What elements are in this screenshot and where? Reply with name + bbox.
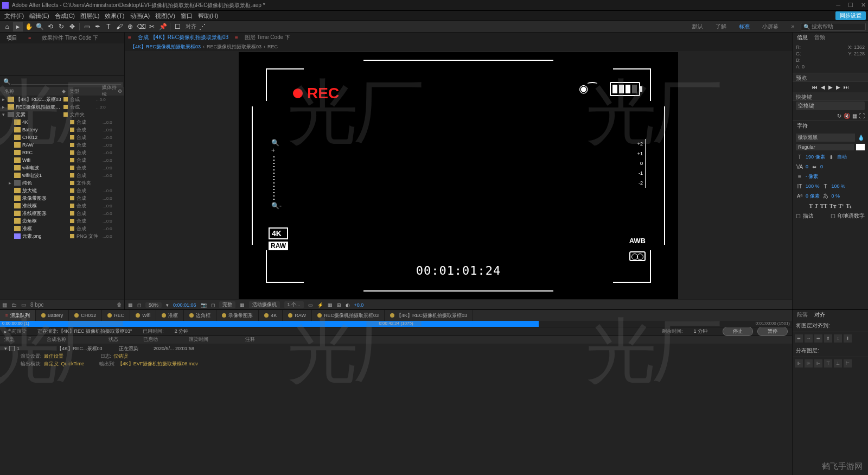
crumb-root[interactable]: 【4K】REC摄像机拍摄取景框03	[130, 43, 201, 50]
align-bottom-icon[interactable]: ⬇	[844, 334, 852, 343]
timeline-tab[interactable]: Wifi	[130, 310, 156, 321]
project-item[interactable]: wifi电波1合成...0:0	[0, 172, 124, 179]
shortcut-dropdown[interactable]: 空格键	[796, 102, 865, 110]
font-family-dropdown[interactable]: 微软雅黑	[796, 134, 855, 142]
orbit-tool-icon[interactable]: ⟲	[46, 22, 55, 31]
prev-frame-icon[interactable]: ◀	[821, 84, 825, 90]
project-item[interactable]: 元素.pngPNG 文件...0:0	[0, 232, 124, 240]
views-dropdown[interactable]: 1 个...	[284, 301, 304, 308]
project-item[interactable]: 放大镜合成...0:0	[0, 187, 124, 194]
zoom-dropdown[interactable]: 50%	[145, 302, 162, 308]
superscript-icon[interactable]: T¹	[838, 203, 844, 209]
fill-swatch[interactable]	[856, 144, 865, 150]
timeline-icon[interactable]: ⊞	[337, 302, 341, 308]
log-dropdown[interactable]: 仅错误	[113, 353, 128, 360]
menu-window[interactable]: 窗口	[178, 12, 195, 20]
minimize-icon[interactable]: ─	[836, 2, 840, 9]
menu-help[interactable]: 帮助(H)	[196, 12, 220, 20]
pixel-aspect-icon[interactable]: ▭	[308, 302, 313, 308]
project-item[interactable]: 准线框图形合成...0:0	[0, 210, 124, 217]
timeline-tab[interactable]: REC	[102, 310, 130, 321]
grid-icon[interactable]: ▦	[240, 302, 245, 308]
timeline-tab[interactable]: 准框	[156, 310, 184, 321]
dist-3-icon[interactable]: ⊩	[814, 359, 822, 368]
res-down-icon[interactable]: ▾	[166, 302, 169, 308]
tab-character[interactable]: 字符	[795, 122, 810, 130]
subscript-icon[interactable]: T₁	[846, 203, 852, 209]
menu-layer[interactable]: 图层(L)	[78, 12, 101, 20]
tab-effect-controls[interactable]: 效果控件 Time Code 下	[39, 34, 101, 42]
snap-toggle-icon[interactable]: ☐	[173, 22, 182, 31]
hscale-input[interactable]: 100 %	[832, 183, 846, 189]
eyedropper-icon[interactable]: 💧	[857, 135, 865, 141]
crumb-mid[interactable]: REC摄像机拍摄取景框03	[207, 43, 261, 50]
roto-tool-icon[interactable]: ✂	[147, 22, 157, 31]
next-frame-icon[interactable]: ▶	[836, 84, 840, 90]
mute-icon[interactable]: 🔇	[844, 113, 850, 119]
viewer-tab-close-icon[interactable]: ≡	[235, 35, 238, 41]
project-item[interactable]: ▸【4K】REC...景框03合成...0:0	[0, 96, 124, 103]
align-top-icon[interactable]: ⬆	[824, 334, 832, 343]
project-item[interactable]: 4K合成...0:0	[0, 118, 124, 126]
timeline-tab[interactable]: 4K	[259, 310, 283, 321]
smallcaps-icon[interactable]: Tᴛ	[829, 203, 836, 209]
delete-icon[interactable]: 🗑	[117, 302, 122, 308]
viewer-tab-comp[interactable]: 合成 【4K】REC摄像机拍摄取景框03	[135, 34, 232, 41]
render-checkbox[interactable]	[9, 346, 15, 351]
home-icon[interactable]: ⌂	[2, 22, 12, 31]
col-name[interactable]: 名称	[2, 88, 62, 95]
align-hcenter-icon[interactable]: ↔	[805, 334, 813, 343]
align-left-icon[interactable]: ⬅	[795, 334, 803, 343]
project-item[interactable]: 边角框合成...0:0	[0, 217, 124, 225]
resolution-dropdown[interactable]: 完整	[219, 301, 235, 308]
workspace-default[interactable]: 默认	[692, 23, 703, 29]
col-type[interactable]: 类型	[69, 88, 102, 95]
rq-item-row[interactable]: ▾ 1 【4K】REC...景框03 正在渲染 2020/5/... 20:01…	[4, 345, 788, 352]
workspace-learn[interactable]: 了解	[716, 23, 726, 29]
camera-dropdown[interactable]: 活动摄像机	[249, 301, 280, 308]
align-right-icon[interactable]: ➡	[814, 334, 822, 343]
timeline-tab[interactable]: ≡渲染队列	[0, 310, 36, 321]
dist-6-icon[interactable]: ⊢	[844, 359, 852, 368]
pen-tool-icon[interactable]: ✒	[93, 22, 103, 31]
fast-preview-icon[interactable]: ⚡	[317, 302, 323, 308]
kerning-input[interactable]: 0	[806, 164, 808, 169]
timeline-tab[interactable]: REC摄像机拍摄取景框03	[312, 310, 385, 321]
project-item[interactable]: ▸纯色文件夹	[0, 179, 124, 187]
overlay-icon[interactable]: ▦	[852, 113, 857, 119]
tab-project[interactable]: 项目	[3, 34, 21, 42]
stop-button[interactable]: 停止	[723, 327, 753, 336]
anchor-tool-icon[interactable]: ✥	[67, 22, 77, 31]
crumb-leaf[interactable]: REC	[267, 44, 278, 49]
dist-1-icon[interactable]: ⊪	[795, 359, 803, 368]
output-module-link[interactable]: 自定义: QuickTime	[44, 360, 85, 368]
allcaps-icon[interactable]: TT	[820, 203, 827, 209]
full-icon[interactable]: ⛶	[859, 113, 865, 119]
viewer-tab-close-icon[interactable]: ≡	[128, 35, 131, 41]
menu-view[interactable]: 视图(V)	[153, 12, 177, 20]
interpret-icon[interactable]: ▦	[2, 302, 7, 308]
menu-effect[interactable]: 效果(T)	[103, 12, 126, 20]
workspace-standard[interactable]: 标准	[739, 23, 750, 29]
project-item[interactable]: REC合成...0:0	[0, 149, 124, 156]
menu-composition[interactable]: 合成(C)	[53, 12, 77, 20]
mask-icon[interactable]: ◻	[137, 302, 141, 308]
close-icon[interactable]: ✕	[861, 2, 866, 9]
tab-info[interactable]: 信息	[795, 34, 810, 41]
project-item[interactable]: RAW合成...0:0	[0, 141, 124, 149]
viewer-tab-layer[interactable]: 图层 Time Code 下	[241, 34, 293, 41]
menu-file[interactable]: 文件(F)	[2, 12, 26, 20]
brush-tool-icon[interactable]: 🖌	[114, 22, 124, 31]
rotate-tool-icon[interactable]: ↻	[56, 22, 66, 31]
transparency-icon[interactable]: ▦	[328, 302, 333, 308]
disclosure-icon[interactable]: ▾	[4, 346, 7, 351]
help-search[interactable]: 🔍 搜索帮助	[801, 23, 866, 31]
project-item[interactable]: Wifi合成...0:0	[0, 156, 124, 164]
timeline-tab[interactable]: 【4K】REC摄像机拍摄取景框03	[385, 310, 473, 321]
dist-5-icon[interactable]: ⊥	[834, 359, 842, 368]
project-item[interactable]: ▸REC摄像机拍摄取景框03合成...0:0	[0, 103, 124, 111]
selection-tool-icon[interactable]: ▸	[13, 22, 23, 31]
current-time[interactable]: 0:00:01:06	[173, 302, 196, 308]
project-item[interactable]: 准框合成...0:0	[0, 225, 124, 232]
viewport[interactable]: REC ◉⁀ 00:01:01:24 4K RAW AWB 🔍+ 🔍- +2 +	[125, 51, 792, 300]
